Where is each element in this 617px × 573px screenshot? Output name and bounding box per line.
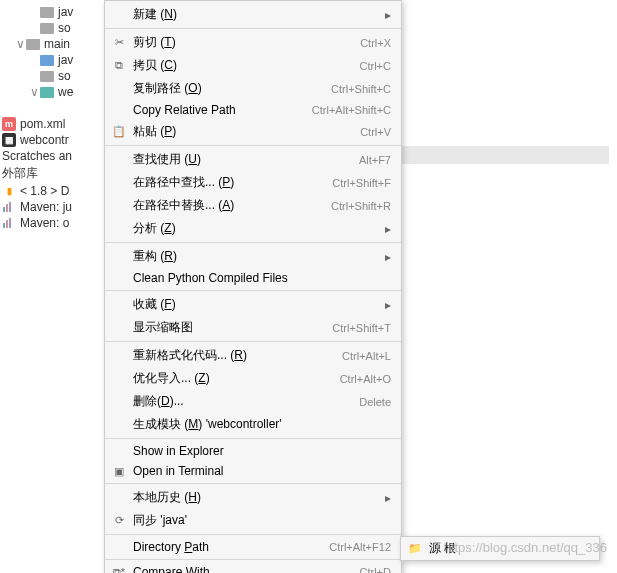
menu-item[interactable]: 分析 (Z)▸ [105, 217, 401, 240]
menu-item-label: 在路径中查找... (P) [133, 174, 234, 191]
svg-rect-2 [9, 202, 11, 212]
menu-shortcut: Ctrl+X [360, 37, 391, 49]
maven-icon: m [2, 117, 16, 131]
menu-separator [105, 242, 401, 243]
tree-item[interactable]: ▮< 1.8 > D [0, 183, 105, 199]
menu-item[interactable]: 在路径中查找... (P)Ctrl+Shift+F [105, 171, 401, 194]
watermark: https://blog.csdn.net/qq_336 [444, 540, 607, 555]
menu-item-label: 重构 (R) [133, 248, 177, 265]
menu-item[interactable]: ▣Open in Terminal [105, 461, 401, 481]
menu-item[interactable]: 本地历史 (H)▸ [105, 486, 401, 509]
menu-shortcut: Ctrl+Alt+Shift+C [312, 104, 391, 116]
tree-item[interactable]: Maven: o [0, 215, 105, 231]
menu-item[interactable]: Clean Python Compiled Files [105, 268, 401, 288]
menu-shortcut: Delete [359, 396, 391, 408]
library-icon: ▮ [2, 184, 16, 198]
menu-item[interactable]: 重新格式化代码... (R)Ctrl+Alt+L [105, 344, 401, 367]
menu-shortcut: Ctrl+Shift+C [331, 83, 391, 95]
tree-item-pom[interactable]: mpom.xml [0, 116, 105, 132]
terminal-icon: ▣ [111, 463, 127, 479]
menu-item-label: 拷贝 (C) [133, 57, 177, 74]
svg-rect-0 [3, 207, 5, 212]
submenu-arrow-icon: ▸ [385, 222, 391, 236]
menu-item[interactable]: 📋粘贴 (P)Ctrl+V [105, 120, 401, 143]
maven-lib-icon [2, 216, 16, 230]
maven-lib-icon [2, 200, 16, 214]
tree-item[interactable]: Maven: ju [0, 199, 105, 215]
menu-separator [105, 438, 401, 439]
module-icon: ▦ [2, 133, 16, 147]
menu-shortcut: Ctrl+Alt+O [340, 373, 391, 385]
menu-item[interactable]: 显示缩略图Ctrl+Shift+T [105, 316, 401, 339]
menu-shortcut: Ctrl+Shift+F [332, 177, 391, 189]
menu-item[interactable]: 收藏 (F)▸ [105, 293, 401, 316]
submenu-arrow-icon: ▸ [385, 298, 391, 312]
context-menu: 新建 (N)▸✂剪切 (T)Ctrl+X⧉拷贝 (C)Ctrl+C复制路径 (O… [104, 0, 402, 573]
compare-icon: ⧉* [111, 564, 127, 573]
copy-icon: ⧉ [111, 58, 127, 74]
tree-item[interactable]: so [0, 20, 105, 36]
menu-shortcut: Ctrl+V [360, 126, 391, 138]
tree-item[interactable]: ▦webcontr [0, 132, 105, 148]
menu-item[interactable]: ⧉*Compare With...Ctrl+D [105, 562, 401, 573]
menu-separator [105, 559, 401, 560]
menu-separator [105, 28, 401, 29]
submenu-arrow-icon: ▸ [385, 8, 391, 22]
menu-item[interactable]: 删除(D)...Delete [105, 390, 401, 413]
source-root-icon: 📁 [407, 541, 423, 557]
menu-item-label: 优化导入... (Z) [133, 370, 210, 387]
tree-item[interactable]: Scratches an [0, 148, 105, 164]
menu-item[interactable]: 在路径中替换... (A)Ctrl+Shift+R [105, 194, 401, 217]
menu-item-label: Copy Relative Path [133, 103, 236, 117]
svg-rect-3 [3, 223, 5, 228]
menu-item-label: 剪切 (T) [133, 34, 176, 51]
submenu-arrow-icon: ▸ [385, 250, 391, 264]
menu-item[interactable]: 生成模块 (M) 'webcontroller' [105, 413, 401, 436]
menu-item-label: 新建 (N) [133, 6, 177, 23]
menu-separator [105, 341, 401, 342]
menu-shortcut: Ctrl+Alt+L [342, 350, 391, 362]
tree-item[interactable]: 外部库 [0, 164, 105, 183]
menu-item-label: Clean Python Compiled Files [133, 271, 288, 285]
menu-item[interactable]: ⧉拷贝 (C)Ctrl+C [105, 54, 401, 77]
menu-item-label: 查找使用 (U) [133, 151, 201, 168]
svg-rect-5 [9, 218, 11, 228]
menu-separator [105, 290, 401, 291]
project-tree[interactable]: jav so ∨main jav so ∨we mpom.xml ▦webcon… [0, 0, 105, 573]
menu-shortcut: Alt+F7 [359, 154, 391, 166]
menu-item[interactable]: 重构 (R)▸ [105, 245, 401, 268]
sync-icon: ⟳ [111, 513, 127, 529]
menu-item[interactable]: 查找使用 (U)Alt+F7 [105, 148, 401, 171]
tree-item[interactable]: jav [0, 4, 105, 20]
cut-icon: ✂ [111, 35, 127, 51]
menu-item-label: Show in Explorer [133, 444, 224, 458]
menu-item[interactable]: Copy Relative PathCtrl+Alt+Shift+C [105, 100, 401, 120]
menu-item-label: 显示缩略图 [133, 319, 193, 336]
tree-item[interactable]: ∨we [0, 84, 105, 100]
menu-item-label: 在路径中替换... (A) [133, 197, 234, 214]
menu-shortcut: Ctrl+Shift+T [332, 322, 391, 334]
menu-shortcut: Ctrl+Alt+F12 [329, 541, 391, 553]
menu-item-label: 粘贴 (P) [133, 123, 176, 140]
menu-item-label: 收藏 (F) [133, 296, 176, 313]
menu-item-label: Directory Path [133, 540, 209, 554]
tree-item[interactable]: jav [0, 52, 105, 68]
svg-rect-4 [6, 220, 8, 228]
tree-item[interactable]: ∨main [0, 36, 105, 52]
menu-item-label: Compare With... [133, 565, 220, 573]
menu-item-label: 同步 'java' [133, 512, 187, 529]
menu-item[interactable]: ✂剪切 (T)Ctrl+X [105, 31, 401, 54]
menu-item[interactable]: Directory PathCtrl+Alt+F12 [105, 537, 401, 557]
menu-item[interactable]: 优化导入... (Z)Ctrl+Alt+O [105, 367, 401, 390]
menu-item-label: 生成模块 (M) 'webcontroller' [133, 416, 282, 433]
tree-item[interactable]: so [0, 68, 105, 84]
paste-icon: 📋 [111, 124, 127, 140]
menu-item[interactable]: Show in Explorer [105, 441, 401, 461]
menu-item[interactable]: 新建 (N)▸ [105, 3, 401, 26]
menu-shortcut: Ctrl+Shift+R [331, 200, 391, 212]
menu-item-label: 重新格式化代码... (R) [133, 347, 247, 364]
menu-item-label: 删除(D)... [133, 393, 184, 410]
menu-item[interactable]: 复制路径 (O)Ctrl+Shift+C [105, 77, 401, 100]
menu-item[interactable]: ⟳同步 'java' [105, 509, 401, 532]
menu-separator [105, 483, 401, 484]
